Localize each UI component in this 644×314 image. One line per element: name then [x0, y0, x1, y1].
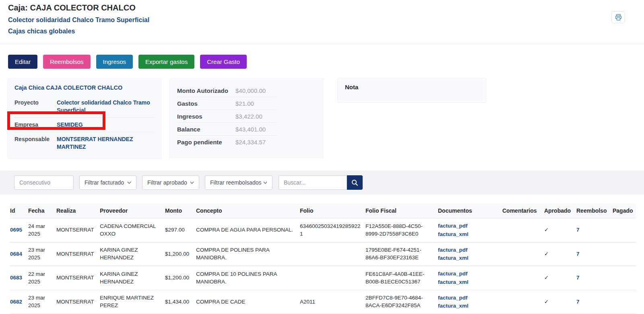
exportar-gastos-button[interactable]: Exportar gastos [138, 55, 194, 69]
header-pagado: Pagado [613, 203, 636, 218]
facturado-filter-label: Filtrar facturado [85, 179, 124, 186]
row-aprobado-check: ✓ [544, 242, 576, 266]
chevron-down-icon [127, 181, 131, 184]
editar-button[interactable]: Editar [8, 55, 37, 69]
ingresos-button[interactable]: Ingresos [96, 55, 133, 69]
row-fecha: 24 mar 2025 [28, 218, 56, 242]
row-folio: A2011 [300, 290, 365, 314]
print-button[interactable] [611, 11, 625, 23]
search-group [279, 175, 363, 190]
monto-autorizado-value: $40,000.00 [235, 87, 266, 94]
factura-pdf-link[interactable]: factura_pdf [438, 246, 499, 254]
row-id-link[interactable]: 0683 [10, 275, 22, 281]
row-comentarios [502, 266, 544, 290]
row-monto: $297.00 [165, 218, 196, 242]
caja-info-card: Caja Chica CAJA COLECTOR CHALCO Proyecto… [7, 78, 162, 159]
consecutivo-input[interactable] [14, 175, 74, 190]
header-monto: Monto [165, 203, 196, 218]
row-concepto: COMPRA DE 10 POLINES PARA MANIOBRA. [196, 266, 300, 290]
summary-card: Monto Autorizado $40,000.00 Gastos $21.0… [169, 78, 324, 158]
row-documentos: factura_pdf factura_xml [438, 218, 502, 242]
aprobado-filter-select[interactable]: Filtrar aprobado [142, 175, 199, 190]
project-link[interactable]: Colector solidaridad Chalco Tramo Superf… [8, 16, 636, 24]
factura-xml-link[interactable]: factura_xml [438, 230, 499, 238]
row-realiza: MONTSERRAT [56, 242, 100, 266]
row-id-link[interactable]: 0684 [10, 251, 22, 257]
monto-autorizado-row: Monto Autorizado $40,000.00 [177, 84, 277, 97]
table-header-row: Id Fecha Realiza Proveedor Monto Concept… [10, 203, 636, 218]
row-proveedor: ENRIQUE MARTINEZ PEREZ [100, 290, 165, 314]
row-reembolso-link[interactable]: 7 [576, 227, 580, 233]
row-reembolso-link[interactable]: 7 [576, 275, 580, 281]
row-fecha: 22 mar 2025 [28, 266, 56, 290]
reembolsados-filter-select[interactable]: Filtrar reembolsados [205, 175, 272, 190]
row-proveedor: KARINA GINEZ HERNANDEZ [100, 266, 165, 290]
search-button[interactable] [347, 175, 363, 190]
row-fecha: 23 mar 2025 [28, 242, 56, 266]
header-aprobado: Aprobado [544, 203, 576, 218]
responsable-value-link[interactable]: MONTSERRAT HERNANDEZ MARTINEZ [57, 135, 155, 151]
gastos-row: Gastos $21.00 [177, 97, 277, 110]
factura-xml-link[interactable]: factura_xml [438, 254, 499, 262]
search-icon [351, 179, 358, 186]
monto-autorizado-label: Monto Autorizado [177, 87, 235, 94]
row-documentos: factura_pdf factura_xml [438, 290, 502, 314]
balance-row: Balance $43,401.00 [177, 123, 277, 135]
row-reembolso-link[interactable]: 7 [576, 299, 580, 305]
table-row: 0683 22 mar 2025 MONTSERRAT KARINA GINEZ… [10, 266, 636, 290]
proyecto-value-link[interactable]: Colector solidaridad Chalco Tramo Superf… [57, 99, 155, 114]
reembolsos-button[interactable]: Reembolsos [43, 55, 90, 69]
gastos-value: $21.00 [235, 100, 254, 107]
cards-row: Caja Chica CAJA COLECTOR CHALCO Proyecto… [7, 78, 644, 159]
factura-xml-link[interactable]: factura_xml [438, 278, 499, 286]
factura-xml-link[interactable]: factura_xml [438, 302, 499, 310]
gastos-table: Id Fecha Realiza Proveedor Monto Concept… [10, 203, 636, 314]
reembolsados-filter-label: Filtrar reembolsados [210, 179, 262, 186]
row-reembolso-link[interactable]: 7 [576, 251, 580, 257]
factura-pdf-link[interactable]: factura_pdf [438, 294, 499, 302]
row-folio [300, 266, 365, 290]
row-comentarios [502, 242, 544, 266]
balance-value: $43,401.00 [235, 126, 266, 133]
chevron-down-icon [190, 181, 194, 184]
nota-card: Nota [337, 78, 486, 103]
header-id: Id [10, 203, 28, 218]
row-comentarios [502, 290, 544, 314]
search-input[interactable] [279, 175, 347, 190]
summary-rows: Monto Autorizado $40,000.00 Gastos $21.0… [177, 84, 277, 148]
header-concepto: Concepto [196, 203, 300, 218]
aprobado-filter-label: Filtrar aprobado [147, 179, 187, 186]
proyecto-row: Proyecto Colector solidaridad Chalco Tra… [14, 96, 155, 117]
empresa-value-link[interactable]: SEMIDEG [57, 121, 83, 129]
row-pagado [613, 218, 636, 242]
factura-pdf-link[interactable]: factura_pdf [438, 270, 499, 278]
header-fecha: Fecha [28, 203, 56, 218]
ingresos-row: Ingresos $3,422.00 [177, 110, 277, 123]
chevron-down-icon [263, 181, 267, 184]
global-cajas-link[interactable]: Cajas chicas globales [8, 28, 636, 35]
proyecto-label: Proyecto [14, 99, 57, 114]
ingresos-label: Ingresos [177, 113, 235, 120]
empresa-label: Empresa [14, 121, 57, 129]
row-folio: 634600250324192859221 [300, 218, 365, 242]
factura-pdf-link[interactable]: factura_pdf [438, 222, 499, 230]
crear-gasto-button[interactable]: Crear Gasto [200, 55, 247, 69]
table-row: 0684 23 mar 2025 MONTSERRAT KARINA GINEZ… [10, 242, 636, 266]
pago-pendiente-row: Pago pendiente $24,334.57 [177, 135, 277, 148]
row-concepto: COMPRA DE AGUA PARA PERSONAL. [196, 218, 300, 242]
row-pagado [613, 242, 636, 266]
empresa-row: Empresa SEMIDEG [14, 117, 155, 132]
row-aprobado-check: ✓ [544, 290, 576, 314]
row-folio-fiscal: F12A550E-888D-4C50-8999-2D7558F3C6E0 [365, 218, 438, 242]
row-id-link[interactable]: 0695 [10, 227, 22, 233]
toolbar: Editar Reembolsos Ingresos Exportar gast… [0, 44, 644, 69]
gastos-label: Gastos [177, 100, 235, 107]
row-realiza: MONTSERRAT [56, 218, 100, 242]
facturado-filter-select[interactable]: Filtrar facturado [79, 175, 136, 190]
balance-label: Balance [177, 126, 235, 133]
row-folio [300, 242, 365, 266]
responsable-row: Responsable MONTSERRAT HERNANDEZ MARTINE… [14, 132, 155, 154]
printer-icon [615, 14, 622, 21]
row-id-link[interactable]: 0682 [10, 299, 22, 305]
header-proveedor: Proveedor [100, 203, 165, 218]
